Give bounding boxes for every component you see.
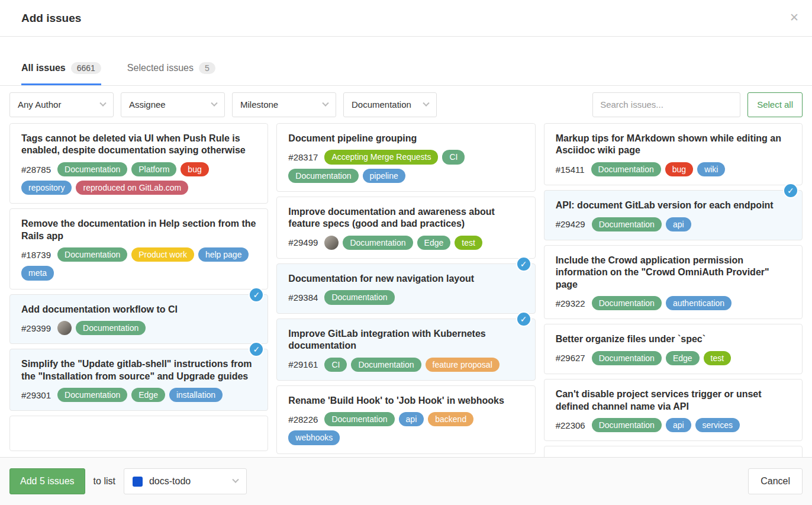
chevron-down-icon — [211, 99, 217, 106]
label-documentation[interactable]: Documentation — [76, 321, 146, 335]
issue-title[interactable]: Markup tips for MArkdown shown while edi… — [556, 133, 792, 157]
label-documentation[interactable]: Documentation — [591, 162, 661, 176]
cancel-button[interactable]: Cancel — [748, 468, 803, 494]
to-list-label: to list — [94, 476, 115, 487]
issue-meta-row: #29322Documentationauthentication — [556, 296, 792, 310]
assignee-filter-dropdown[interactable]: Assignee — [121, 92, 225, 117]
label-documentation[interactable]: Documentation — [324, 290, 394, 304]
issue-card[interactable]: Document pipeline grouping#28317Acceptin… — [276, 123, 535, 192]
issue-card[interactable]: Tags cannot be deleted via UI when Push … — [9, 123, 268, 204]
issue-title[interactable]: Rename 'Build Hook' to 'Job Hook' in web… — [288, 395, 525, 407]
close-icon[interactable]: ✕ — [790, 12, 799, 23]
label-services[interactable]: services — [695, 418, 740, 432]
tab-all-issues-count: 6661 — [71, 62, 101, 74]
label-webhooks[interactable]: webhooks — [288, 430, 340, 445]
label-documentation[interactable]: Documentation — [343, 236, 413, 250]
label-documentation[interactable]: Documentation — [57, 247, 127, 262]
label-help-page[interactable]: help page — [198, 247, 249, 262]
issue-meta-row: #28785DocumentationPlatformbugrepository… — [21, 162, 258, 195]
issue-card-partial[interactable] — [9, 416, 268, 451]
label-documentation[interactable]: Documentation — [57, 388, 127, 402]
issue-title[interactable]: Remove the documentation in Help section… — [21, 218, 258, 242]
label-documentation[interactable]: Documentation — [57, 162, 127, 176]
label-authentication[interactable]: authentication — [666, 296, 732, 310]
label-installation[interactable]: installation — [169, 388, 223, 402]
issue-column-2: Document pipeline grouping#28317Acceptin… — [276, 123, 535, 454]
issue-card-partial[interactable] — [544, 446, 803, 457]
label-test[interactable]: test — [704, 351, 732, 365]
issue-card[interactable]: ✓Simplify the "Update gitlab-shell" inst… — [9, 349, 268, 411]
issue-title[interactable]: Can't disable project services trigger o… — [556, 388, 792, 413]
label-meta[interactable]: meta — [21, 266, 54, 280]
label-documentation[interactable]: Documentation — [592, 296, 662, 310]
label-documentation[interactable]: Documentation — [592, 351, 662, 365]
tab-selected-issues[interactable]: Selected issues 5 — [127, 62, 215, 85]
label-documentation[interactable]: Documentation — [324, 412, 394, 426]
issue-meta-row: #29429Documentationapi — [556, 217, 792, 231]
label-filter-dropdown[interactable]: Documentation — [343, 92, 437, 117]
issue-title[interactable]: API: document GitLab version for each en… — [556, 200, 792, 211]
issue-number: #29161 — [288, 359, 318, 369]
author-filter-dropdown[interactable]: Any Author — [9, 92, 114, 117]
tab-all-issues[interactable]: All issues 6661 — [21, 62, 101, 85]
label-bug[interactable]: bug — [181, 162, 208, 176]
issue-card[interactable]: Remove the documentation in Help section… — [9, 208, 268, 289]
issue-meta-row: #18739DocumentationProduct workhelp page… — [21, 247, 258, 280]
chevron-down-icon — [322, 99, 328, 106]
milestone-filter-dropdown[interactable]: Milestone — [232, 92, 336, 117]
label-edge[interactable]: Edge — [417, 236, 451, 250]
issue-title[interactable]: Document pipeline grouping — [288, 133, 525, 144]
issue-card[interactable]: ✓Add documentation workflow to CI#29399D… — [9, 294, 268, 345]
label-feature-proposal[interactable]: feature proposal — [426, 358, 500, 372]
issue-title[interactable]: Improve documentation and awareness abou… — [288, 206, 525, 230]
issue-meta-row: #29399Documentation — [21, 321, 258, 335]
label-wiki[interactable]: wiki — [697, 162, 725, 176]
target-list-dropdown[interactable]: docs-todo — [124, 468, 247, 494]
issue-title[interactable]: Include the Crowd application permission… — [556, 255, 792, 291]
issue-card[interactable]: Improve documentation and awareness abou… — [276, 197, 535, 259]
issue-card[interactable]: ✓Documentation for new navigation layout… — [276, 263, 535, 314]
label-product-work[interactable]: Product work — [131, 247, 194, 262]
chevron-down-icon — [232, 477, 239, 483]
issue-title[interactable]: Better organize files under `spec` — [556, 333, 792, 345]
label-edge[interactable]: Edge — [131, 388, 165, 402]
issue-title[interactable]: Improve GitLab integration with Kubernet… — [288, 328, 525, 352]
label-pipeline[interactable]: pipeline — [363, 169, 405, 183]
issue-card[interactable]: ✓API: document GitLab version for each e… — [544, 190, 803, 240]
label-edge[interactable]: Edge — [666, 351, 700, 365]
label-test[interactable]: test — [455, 236, 482, 250]
issue-card[interactable]: Include the Crowd application permission… — [544, 245, 803, 320]
issue-card[interactable]: Can't disable project services trigger o… — [544, 379, 803, 441]
issue-meta-row: #29301DocumentationEdgeinstallation — [21, 388, 258, 402]
label-ci[interactable]: CI — [324, 358, 347, 372]
label-reproduced-on-gitlab-com[interactable]: reproduced on GitLab.com — [76, 181, 188, 195]
label-api[interactable]: api — [666, 418, 691, 432]
label-platform[interactable]: Platform — [131, 162, 176, 176]
add-issues-button[interactable]: Add 5 issues — [9, 468, 85, 494]
issue-title[interactable]: Tags cannot be deleted via UI when Push … — [21, 133, 258, 157]
label-repository[interactable]: repository — [21, 181, 72, 195]
label-documentation[interactable]: Documentation — [592, 418, 662, 432]
issue-title[interactable]: Simplify the "Update gitlab-shell" instr… — [21, 358, 258, 382]
label-ci[interactable]: CI — [442, 150, 465, 164]
issue-card[interactable]: Better organize files under `spec`#29627… — [544, 324, 803, 374]
label-api[interactable]: api — [399, 412, 424, 426]
issue-card[interactable]: ✓Improve GitLab integration with Kuberne… — [276, 319, 535, 381]
label-documentation[interactable]: Documentation — [351, 358, 421, 372]
issue-meta-row: #29161CIDocumentationfeature proposal — [288, 358, 525, 372]
issue-number: #29399 — [21, 323, 51, 333]
label-api[interactable]: api — [666, 217, 691, 231]
issue-card[interactable]: Rename 'Build Hook' to 'Job Hook' in web… — [276, 385, 535, 454]
milestone-filter-value: Milestone — [240, 99, 278, 110]
issue-title[interactable]: Documentation for new navigation layout — [288, 273, 525, 285]
label-backend[interactable]: backend — [428, 412, 473, 426]
issue-column-3: Markup tips for MArkdown shown while edi… — [544, 123, 803, 457]
select-all-button[interactable]: Select all — [747, 92, 803, 117]
label-accepting-merge-requests[interactable]: Accepting Merge Requests — [324, 150, 438, 164]
label-bug[interactable]: bug — [665, 162, 693, 176]
issue-card[interactable]: Markup tips for MArkdown shown while edi… — [544, 123, 803, 185]
label-documentation[interactable]: Documentation — [288, 169, 358, 183]
issue-title[interactable]: Add documentation workflow to CI — [21, 304, 258, 316]
label-documentation[interactable]: Documentation — [592, 217, 662, 231]
search-input[interactable] — [592, 92, 740, 117]
